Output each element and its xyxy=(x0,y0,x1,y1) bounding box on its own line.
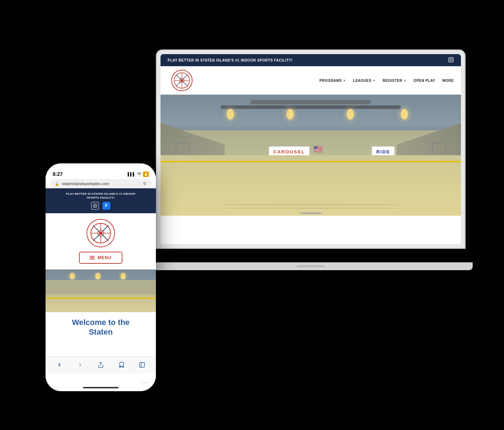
site-nav: PROGRAMS ▼ LEAGUES ▼ REGISTER ▼ OPEN P xyxy=(319,78,454,82)
wifi-icon xyxy=(137,173,142,176)
svg-point-19 xyxy=(99,232,103,235)
phone-status-icons: ▌▌▌ ▮ xyxy=(128,172,149,177)
home-indicator xyxy=(83,387,119,388)
nav-open-play[interactable]: OPEN PLAY xyxy=(414,78,435,82)
share-button[interactable] xyxy=(94,358,107,371)
laptop-notch xyxy=(296,265,325,267)
site-topbar: PLAY BETTER IN STATEN ISLAND'S #1 INDOOR… xyxy=(161,54,461,66)
yellow-line xyxy=(161,161,461,162)
leagues-arrow: ▼ xyxy=(373,79,376,82)
svg-point-9 xyxy=(181,79,183,82)
svg-point-1 xyxy=(450,59,452,61)
more-dots[interactable]: ··· xyxy=(142,379,149,386)
phone-welcome-section: Welcome to the Staten xyxy=(46,312,156,342)
laptop-base xyxy=(149,262,473,270)
phone-toolbar xyxy=(46,356,156,373)
tabs-button[interactable] xyxy=(136,358,148,371)
svg-rect-21 xyxy=(140,362,145,367)
svg-rect-10 xyxy=(93,204,97,208)
programs-arrow: ▼ xyxy=(343,79,346,82)
svg-rect-0 xyxy=(448,57,453,62)
back-button[interactable] xyxy=(53,358,66,371)
menu-button[interactable]: MENU xyxy=(79,252,122,264)
phone-device: 8:27 ▌▌▌ ▮ 🔒 staten xyxy=(46,163,156,391)
facebook-social-icon[interactable]: f xyxy=(103,202,110,210)
flag: 🇺🇸 xyxy=(314,145,322,153)
laptop-screen: PLAY BETTER IN STATEN ISLAND'S #1 INDOOR… xyxy=(161,54,461,244)
svg-point-11 xyxy=(94,205,96,207)
arena-hero-image: CAROUSEL RIDE 🇺🇸 xyxy=(161,95,461,216)
laptop-device: PLAY BETTER IN STATEN ISLAND'S #1 INDOOR… xyxy=(156,49,466,270)
url-text: statenislandsportsplex.com xyxy=(62,182,109,186)
scene: PLAY BETTER IN STATEN ISLAND'S #1 INDOOR… xyxy=(38,28,466,402)
phone-address-bar[interactable]: 🔒 statenislandsportsplex.com ↻ xyxy=(50,179,152,188)
refresh-icon[interactable]: ↻ xyxy=(143,181,147,186)
nav-programs[interactable]: PROGRAMS ▼ xyxy=(319,78,346,82)
hamburger-icon xyxy=(90,256,95,259)
phone-social-icons: f xyxy=(51,202,150,210)
phone-logo[interactable] xyxy=(86,219,115,247)
phone-status-bar: 8:27 ▌▌▌ ▮ xyxy=(46,163,156,179)
phone-screen: 8:27 ▌▌▌ ▮ 🔒 staten xyxy=(46,163,156,391)
nav-more[interactable]: MORE xyxy=(442,78,454,82)
svg-point-12 xyxy=(96,205,96,205)
instagram-social-icon[interactable] xyxy=(91,202,99,210)
site-logo[interactable] xyxy=(171,70,193,91)
phone-logo-area: MENU xyxy=(46,213,156,269)
nav-leagues[interactable]: LEAGUES ▼ xyxy=(353,78,376,82)
nav-register[interactable]: REGISTER ▼ xyxy=(383,78,406,82)
menu-label: MENU xyxy=(98,255,111,260)
bookmarks-button[interactable] xyxy=(115,358,128,371)
battery-icon: ▮ xyxy=(143,172,149,177)
instagram-icon[interactable] xyxy=(448,57,454,63)
phone-welcome-title: Welcome to the Staten xyxy=(51,318,150,337)
topbar-text: PLAY BETTER IN STATEN ISLAND'S #1 INDOOR… xyxy=(168,58,293,62)
phone-bottom-bar: ··· xyxy=(46,373,156,391)
phone-time: 8:27 xyxy=(53,171,63,177)
phone-topbar: PLAY BETTER IN STATEN ISLAND'S #1 INDOOR… xyxy=(46,188,156,213)
laptop-body: PLAY BETTER IN STATEN ISLAND'S #1 INDOOR… xyxy=(156,49,466,249)
scroll-indicator xyxy=(300,213,321,214)
svg-point-2 xyxy=(452,58,452,59)
signal-icon: ▌▌▌ xyxy=(128,172,135,176)
phone-body: 8:27 ▌▌▌ ▮ 🔒 staten xyxy=(46,163,156,391)
phone-arena-image xyxy=(46,269,156,312)
register-arrow: ▼ xyxy=(403,79,406,82)
forward-button[interactable] xyxy=(74,358,86,371)
lock-icon: 🔒 xyxy=(55,182,59,186)
